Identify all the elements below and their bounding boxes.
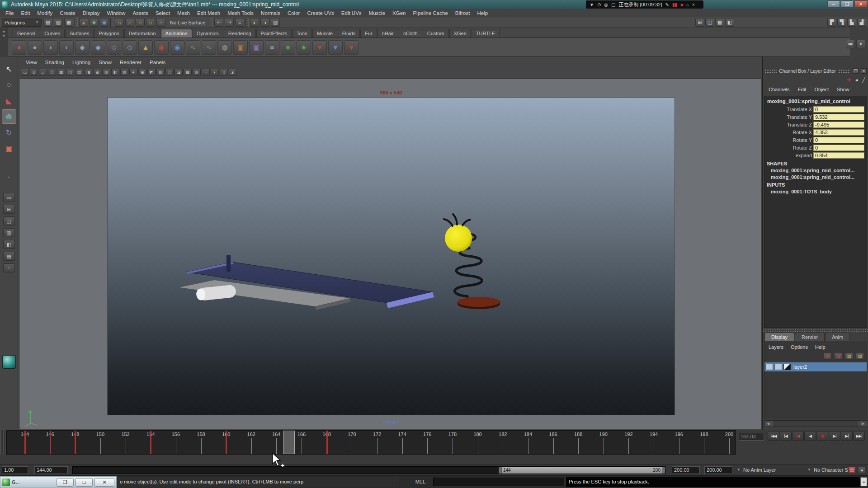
layer-color-swatch[interactable] [783,364,791,370]
make-live-icon[interactable]: ∩ [156,18,165,27]
input-node-item[interactable]: moxing_0001:TOTS_body [764,188,867,195]
chevron-down-icon[interactable]: ▼ [807,468,811,472]
panel-toolbar-icon-19[interactable]: ▩ [184,69,192,76]
shelf-tab-painteffects[interactable]: PaintEffects [256,29,292,38]
panel-toolbar-icon-22[interactable]: ◐ [211,69,219,76]
panel-toolbar-icon-7[interactable]: ▤ [75,69,83,76]
layer-playback-checkbox[interactable] [774,364,782,370]
menu-help[interactable]: Help [473,9,491,17]
channel-value-field[interactable]: 4.353 [813,129,864,136]
layout-persp-outliner[interactable]: ◫ [3,216,15,225]
menu-modify[interactable]: Modify [33,9,56,17]
panel-toolbar-icon-21[interactable]: ◔ [202,69,210,76]
panel-toolbar-icon-11[interactable]: ◧ [111,69,119,76]
shelf-tab-deformation[interactable]: Deformation [124,29,160,38]
shelf-tab-custom[interactable]: Custom [423,29,449,38]
open-scene-icon[interactable]: ▧ [54,18,63,27]
sort-icons-icon[interactable]: ◧ [725,18,734,27]
shelf-tab-general[interactable]: General [13,29,39,38]
layout-four-view[interactable]: ⊞ [3,205,15,214]
shelf-tab-surfaces[interactable]: Surfaces [65,29,94,38]
construction-history-icon[interactable]: ≡ [235,18,244,27]
layer-visibility-checkbox[interactable] [765,364,773,370]
shelf-icon-pin-blue[interactable]: ▼ [328,40,343,55]
close-button[interactable]: ✕ [854,0,867,8]
grid-toggle-icon[interactable]: ⊞ [695,18,704,27]
background-window-titlebar[interactable]: G... ❒ □ ✕ [0,476,117,488]
shelf-icon-character-run[interactable]: ◗ [59,40,74,55]
channel-box-menu-object[interactable]: Object [811,86,832,93]
channel-box-menu-channels[interactable]: Channels [765,86,793,93]
pencil-icon[interactable]: ✎ [665,2,669,7]
menu-window[interactable]: Window [103,9,129,17]
layer-scrollbar[interactable]: ◀ ▶ [764,420,867,427]
move-layer-up-icon[interactable]: ▤ [823,353,831,360]
input-connections-icon[interactable]: ⇐ [214,18,223,27]
panel-menu-view[interactable]: View [22,59,41,66]
render-settings-icon[interactable]: ▥ [271,18,280,27]
go-to-end-button[interactable]: ▶▶| [853,431,865,441]
panel-toolbar-icon-15[interactable]: ◩ [147,69,156,76]
stop-recording-icon[interactable]: ■ [680,2,683,7]
panel-toolbar-icon-12[interactable]: ▧ [120,69,128,76]
panel-toolbar-icon-14[interactable]: ▣ [138,69,146,76]
speed-dial-icon[interactable]: ◕ [855,77,859,83]
shelf-icon-set-key[interactable]: ◉ [154,40,169,55]
snap-to-grid-icon[interactable]: ∩ [115,18,124,27]
panel-menu-panels[interactable]: Panels [146,59,170,66]
panel-toolbar-icon-6[interactable]: ◫ [66,69,74,76]
shelf-tab-fur[interactable]: Fur [360,29,377,38]
panel-menu-shading[interactable]: Shading [41,59,68,66]
select-object-icon[interactable]: ◆ [90,18,99,27]
channel-box-menu-edit[interactable]: Edit [794,86,809,93]
layer-tab-anim[interactable]: Anim [825,333,850,341]
layout-uv-editor[interactable]: ▤ [3,252,15,261]
selected-object-name[interactable]: moxing_0001:spring_mid_control [764,96,867,105]
shelf-tab-nhair[interactable]: nHair [377,29,398,38]
mel-toggle-button[interactable]: MEL [409,477,432,487]
layer-menu-layers[interactable]: Layers [765,343,787,351]
shelf-icon-joint-tool[interactable]: ◆ [75,40,90,55]
shelf-icon-character-pair[interactable]: ● [28,40,42,55]
panel-toolbar-icon-23[interactable]: ▯ [220,69,228,76]
channel-value-field[interactable]: 0 [813,106,864,113]
restore-button[interactable]: ❒ [841,0,854,8]
menu-set-selector[interactable]: Polygons ▼ [2,19,42,27]
render-current-frame-icon[interactable]: ◐ [250,18,259,27]
shelf-icon-pin-red[interactable]: ▼ [312,40,327,55]
shelf-tab-turtle[interactable]: TURTLE [472,29,500,38]
maximize-window-button[interactable]: □ [75,478,93,487]
snap-to-point-icon[interactable]: ∩ [136,18,145,27]
shelf-tab-dynamics[interactable]: Dynamics [193,29,223,38]
mel-command-input[interactable] [433,478,564,486]
shelf-icon-ghost-selected[interactable]: ◍ [217,40,232,55]
ipr-render-icon[interactable]: ◑ [260,18,269,27]
scale-tool[interactable]: ▣ [2,141,16,155]
layout-hypershade[interactable]: ◧ [3,240,15,249]
last-tool-slot[interactable]: ▫ [2,170,16,184]
menu-create[interactable]: Create [56,9,79,17]
panel-toolbar-icon-4[interactable]: ◇ [48,69,56,76]
shelf-tab-fluids[interactable]: Fluids [338,29,360,38]
shelf-icon-motion-path[interactable]: ∿ [202,40,216,55]
menu-muscle[interactable]: Muscle [365,9,389,17]
home-icon[interactable]: ⌂ [686,2,689,7]
shelf-icon-motion-trail[interactable]: ∿ [186,40,200,55]
paint-select-tool[interactable]: ◣ [2,94,16,108]
channel-value-field[interactable]: 0 [813,137,864,143]
shelf-icon-anim-snapshot[interactable]: ▣ [249,40,264,55]
shelf-tab-xgen[interactable]: XGen [449,29,471,38]
webcam-icon[interactable]: ⊙ [597,2,601,7]
select-hierarchy-icon[interactable]: ▲ [79,18,88,27]
move-layer-down-icon[interactable]: ▤ [834,353,842,360]
current-frame-scrubber[interactable] [283,431,295,454]
script-editor-icon[interactable]: ≡ [860,477,867,486]
menu-xgen[interactable]: XGen [389,9,409,17]
menu-bifrost[interactable]: Bifrost [452,9,474,17]
step-back-key-button[interactable]: |◀ [780,431,792,441]
drag-handle[interactable] [764,69,777,73]
panel-menu-lighting[interactable]: Lighting [68,59,94,66]
menu-mesh-tools[interactable]: Mesh Tools [224,9,257,17]
channel-value-field[interactable]: 0.854 [813,152,864,159]
output-connections-icon[interactable]: ⇒ [225,18,234,27]
